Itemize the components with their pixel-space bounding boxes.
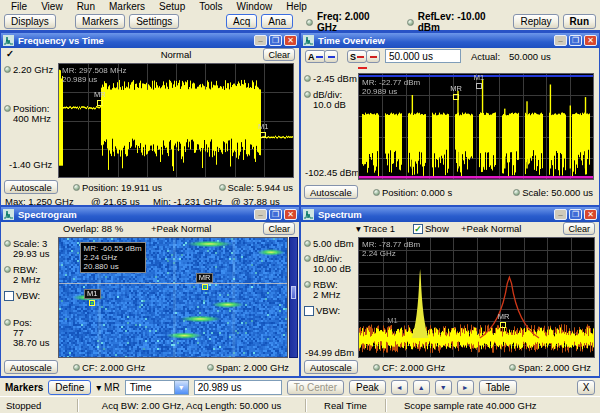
marker-table-button[interactable]: Table (479, 380, 517, 395)
trace-mode-label[interactable]: +Peak Normal (461, 224, 521, 234)
active-marker-select[interactable]: ▾ MR (96, 382, 119, 393)
cf-adjust-icon[interactable] (73, 364, 80, 371)
marker-m1-tag[interactable]: M1 (387, 317, 397, 325)
markers-button[interactable]: Markers (75, 14, 125, 29)
peak-right-button[interactable]: ► (457, 380, 474, 395)
y-top-adjust-icon[interactable] (304, 75, 311, 82)
rbw-adjust-icon[interactable] (304, 281, 311, 288)
y-top-adjust-icon[interactable] (304, 240, 311, 247)
db-div-adjust-icon[interactable] (304, 255, 311, 262)
db-div-adjust-icon[interactable] (304, 91, 311, 98)
ana-button[interactable]: Ana (261, 14, 293, 29)
clear-button[interactable]: Clear (263, 222, 295, 235)
marker-mr-tag[interactable]: MR (196, 273, 214, 290)
x-position-adjust-icon[interactable] (373, 189, 380, 196)
cf-adjust-icon[interactable] (373, 364, 380, 371)
trace-mode-label[interactable]: +Peak Normal (151, 224, 211, 234)
menu-markers[interactable]: Markers (102, 1, 152, 12)
vbw-field: VBW: (304, 306, 340, 316)
trace-mode-label[interactable]: Normal (58, 50, 294, 60)
peak-lower-button[interactable]: ▼ (435, 380, 452, 395)
vbw-checkbox[interactable] (4, 291, 14, 301)
freq-vs-time-titlebar[interactable]: Frequency vs Time – ❐ ✕ (1, 33, 299, 48)
peak-left-button[interactable]: ◄ (391, 380, 408, 395)
close-button[interactable]: ✕ (584, 35, 597, 46)
show-checkbox[interactable]: ✓ (413, 224, 423, 234)
maximize-button[interactable]: ❐ (569, 209, 582, 220)
maximize-button[interactable]: ❐ (269, 209, 282, 220)
minimize-button[interactable]: – (554, 209, 567, 220)
clear-button[interactable]: Clear (263, 48, 295, 61)
marker-value-input[interactable] (194, 380, 282, 395)
trace-check-icon[interactable]: ✓ (6, 49, 14, 59)
menu-window[interactable]: Window (230, 1, 280, 12)
replay-button[interactable]: Replay (513, 14, 558, 29)
y-top-adjust-icon[interactable] (4, 66, 11, 73)
span-adjust-icon[interactable] (509, 364, 516, 371)
show-field: ✓ Show (413, 224, 449, 234)
position-adjust-icon[interactable] (4, 319, 11, 326)
marker-mr-tag[interactable]: MR (450, 85, 462, 100)
scrollbar-thumb[interactable] (291, 286, 296, 299)
reflev-adjust-icon[interactable] (407, 19, 414, 26)
freq-vs-time-window: Frequency vs Time – ❐ ✕ ✓ Normal Clear 2… (0, 32, 300, 206)
span-adjust-icon[interactable] (207, 364, 214, 371)
maximize-button[interactable]: ❐ (569, 35, 582, 46)
marker-mr-tag[interactable]: MR (94, 91, 106, 106)
marker-mr-tag[interactable]: MR (498, 313, 510, 328)
peak-button[interactable]: Peak (349, 380, 386, 395)
acq-button[interactable]: Acq (226, 14, 257, 29)
menu-setup[interactable]: Setup (152, 1, 192, 12)
marker-m1-tag[interactable]: M1 (258, 123, 268, 138)
spectrogram-titlebar[interactable]: Spectrogram – ❐ ✕ (1, 207, 299, 222)
autoscale-button[interactable]: Autoscale (4, 180, 58, 194)
x-scale-adjust-icon[interactable] (513, 189, 520, 196)
menu-help[interactable]: Help (279, 1, 314, 12)
y-position-adjust-icon[interactable] (4, 105, 11, 112)
to-center-button[interactable]: To Center (287, 380, 344, 395)
marker-type-select[interactable]: Time ▼ (125, 380, 189, 395)
marker-m1-tag[interactable]: M1 (474, 74, 484, 89)
analysis-length-input[interactable] (385, 49, 461, 63)
trace-select[interactable]: ▾ Trace 1 (356, 224, 395, 234)
spectrogram-scrollbar[interactable] (289, 237, 298, 358)
menu-run[interactable]: Run (70, 1, 102, 12)
close-button[interactable]: ✕ (584, 209, 597, 220)
run-button[interactable]: Run (563, 14, 596, 29)
x-scale-adjust-icon[interactable] (219, 184, 226, 191)
clear-button[interactable]: Clear (563, 222, 595, 235)
autoscale-button[interactable]: Autoscale (304, 360, 358, 374)
spectrum-plot-area: MR: -78.77 dBm2.24 GHz MR M1 (358, 237, 595, 358)
rbw-adjust-icon[interactable] (4, 266, 11, 273)
time-selection-bar[interactable] (358, 67, 594, 72)
x-position-adjust-icon[interactable] (73, 184, 80, 191)
close-markers-toolbar-button[interactable]: X (577, 380, 595, 395)
define-markers-button[interactable]: Define (48, 380, 91, 395)
spectrum-titlebar[interactable]: Spectrum – ❐ ✕ (301, 207, 599, 222)
autoscale-button[interactable]: Autoscale (4, 360, 58, 374)
menu-view[interactable]: View (34, 1, 70, 12)
time-overview-titlebar[interactable]: Time Overview – ❐ ✕ (301, 33, 599, 48)
peak-higher-button[interactable]: ▲ (413, 380, 430, 395)
minimize-button[interactable]: – (554, 35, 567, 46)
menu-file[interactable]: File (4, 1, 34, 12)
settings-button[interactable]: Settings (129, 14, 179, 29)
maximize-button[interactable]: ❐ (269, 35, 282, 46)
minimize-button[interactable]: – (254, 35, 267, 46)
minimize-button[interactable]: – (254, 209, 267, 220)
close-button[interactable]: ✕ (284, 209, 297, 220)
spectrum-time-auto-button[interactable]: S (347, 50, 367, 63)
freq-adjust-icon[interactable] (306, 19, 313, 26)
marker-m1-tag[interactable]: M1 (84, 289, 100, 306)
analysis-time-manual-button[interactable] (324, 50, 338, 63)
displays-button[interactable]: Displays (4, 14, 56, 29)
close-button[interactable]: ✕ (284, 35, 297, 46)
scale-adjust-icon[interactable] (4, 240, 11, 247)
marker-box (453, 94, 459, 100)
analysis-time-auto-button[interactable]: A (305, 50, 326, 63)
autoscale-button[interactable]: Autoscale (304, 185, 358, 199)
vbw-checkbox[interactable] (304, 306, 314, 316)
menu-tools[interactable]: Tools (192, 1, 229, 12)
db-per-div-field: dB/div:10.00 dB (304, 254, 351, 274)
spectrum-time-manual-button[interactable] (366, 50, 380, 63)
